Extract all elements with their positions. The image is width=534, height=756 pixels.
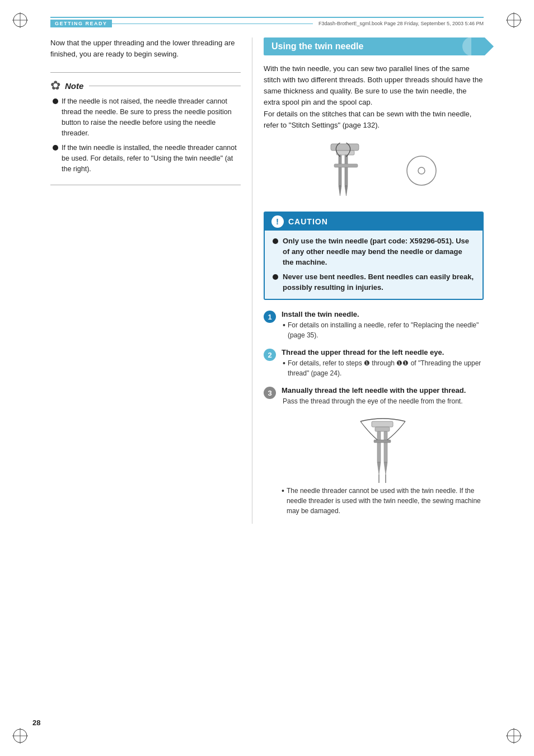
svg-rect-23 <box>377 431 381 462</box>
header-bar: GETTING READY F3dash-BrotherE_sgml.book … <box>50 17 484 27</box>
needle-tip: The needle threader cannot be used with … <box>282 486 484 516</box>
svg-marker-17 <box>345 186 348 196</box>
svg-rect-14 <box>339 155 341 186</box>
svg-marker-26 <box>377 462 381 475</box>
step-3-detail-text: Pass the thread through the eye of the n… <box>283 397 463 405</box>
page: GETTING READY F3dash-BrotherE_sgml.book … <box>0 0 534 756</box>
caution-title: CAUTION <box>288 217 328 226</box>
step-3-content: Manually thread the left needle with the… <box>282 386 484 516</box>
twin-needle-svg <box>310 143 382 199</box>
section-title: Using the twin needle <box>271 41 363 51</box>
note-item-1-text: If the needle is not raised, the needle … <box>62 96 241 138</box>
step-2-detail-text: For details, refer to steps ❶ through ❶❶… <box>288 358 484 378</box>
corner-mark-bl <box>10 726 30 746</box>
step-1-content: Install the twin needle. For details on … <box>282 310 484 340</box>
caution-bullet-2 <box>273 274 278 280</box>
right-intro-text: With the twin needle, you can sew two pa… <box>264 63 484 131</box>
needle-tip-text: The needle threader cannot be used with … <box>287 486 484 516</box>
step-3-detail: Pass the thread through the eye of the n… <box>283 396 484 406</box>
svg-rect-25 <box>374 440 391 443</box>
caution-icon: ! <box>271 215 284 228</box>
note-item-2-text: If the twin needle is installed, the nee… <box>62 143 241 174</box>
section-title-bar: Using the twin needle <box>264 37 484 55</box>
svg-marker-27 <box>384 462 387 475</box>
svg-rect-22 <box>375 427 390 431</box>
svg-point-20 <box>418 167 425 174</box>
svg-rect-21 <box>372 421 393 427</box>
file-info: F3dash-BrotherE_sgml.book Page 28 Friday… <box>313 21 484 26</box>
left-intro-text: Now that the upper threading and the low… <box>50 37 241 60</box>
step-2-title: Thread the upper thread for the left nee… <box>282 348 484 356</box>
caution-header: ! CAUTION <box>265 213 483 231</box>
svg-marker-16 <box>339 186 341 196</box>
note-item-2: If the twin needle is installed, the nee… <box>53 143 241 174</box>
caution-item-2-text: Never use bent needles. Bent needles can… <box>283 272 475 293</box>
caution-box: ! CAUTION Only use the twin needle (part… <box>264 212 484 300</box>
svg-point-19 <box>407 156 436 185</box>
needle-thread-svg <box>344 413 422 486</box>
step-2-detail: For details, refer to steps ❶ through ❶❶… <box>283 358 484 378</box>
svg-rect-15 <box>345 155 348 186</box>
page-number: 28 <box>32 719 40 727</box>
left-column: Now that the upper threading and the low… <box>50 37 241 524</box>
header-title: GETTING READY <box>50 20 112 27</box>
step-1-detail-text: For details on installing a needle, refe… <box>288 320 484 340</box>
right-column: Using the twin needle With the twin need… <box>252 37 484 524</box>
note-title: Note <box>65 81 83 91</box>
corner-mark-tr <box>504 10 524 30</box>
note-icon: ✿ <box>50 78 60 93</box>
note-item-1: If the needle is not raised, the needle … <box>53 96 241 138</box>
corner-mark-tl <box>10 10 30 30</box>
bullet-2 <box>53 145 58 151</box>
step-num-3: 3 <box>264 387 276 399</box>
needle-thread-illustration <box>282 413 484 480</box>
step-3-title: Manually thread the left needle with the… <box>282 386 484 395</box>
corner-mark-br <box>504 726 524 746</box>
note-items: If the needle is not raised, the needle … <box>50 96 241 174</box>
steps: 1 Install the twin needle. For details o… <box>264 310 484 516</box>
svg-rect-13 <box>336 151 354 155</box>
caution-item-2: Never use bent needles. Bent needles can… <box>273 272 475 293</box>
step-1: 1 Install the twin needle. For details o… <box>264 310 484 340</box>
caution-item-1: Only use the twin needle (part code: X59… <box>273 236 475 268</box>
caution-items: Only use the twin needle (part code: X59… <box>273 236 475 293</box>
twin-needle-illustration <box>264 140 484 201</box>
note-header: ✿ Note <box>50 78 241 93</box>
svg-rect-18 <box>334 164 358 167</box>
spool-cap-svg <box>405 154 438 187</box>
caution-bullet-1 <box>273 238 278 244</box>
svg-rect-24 <box>384 431 387 462</box>
step-1-title: Install the twin needle. <box>282 310 484 318</box>
header-line <box>112 24 313 24</box>
step-num-1: 1 <box>264 311 276 323</box>
bullet-1 <box>53 98 58 104</box>
step-1-detail: For details on installing a needle, refe… <box>283 320 484 340</box>
step-2-content: Thread the upper thread for the left nee… <box>282 348 484 378</box>
caution-item-1-text: Only use the twin needle (part code: X59… <box>283 236 475 268</box>
columns: Now that the upper threading and the low… <box>50 37 484 524</box>
svg-rect-12 <box>331 144 359 151</box>
step-num-2: 2 <box>264 349 276 361</box>
step-2: 2 Thread the upper thread for the left n… <box>264 348 484 378</box>
caution-body: Only use the twin needle (part code: X59… <box>265 231 483 299</box>
step-3: 3 Manually thread the left needle with t… <box>264 386 484 516</box>
note-box: ✿ Note If the needle is not raised, the … <box>50 72 241 185</box>
